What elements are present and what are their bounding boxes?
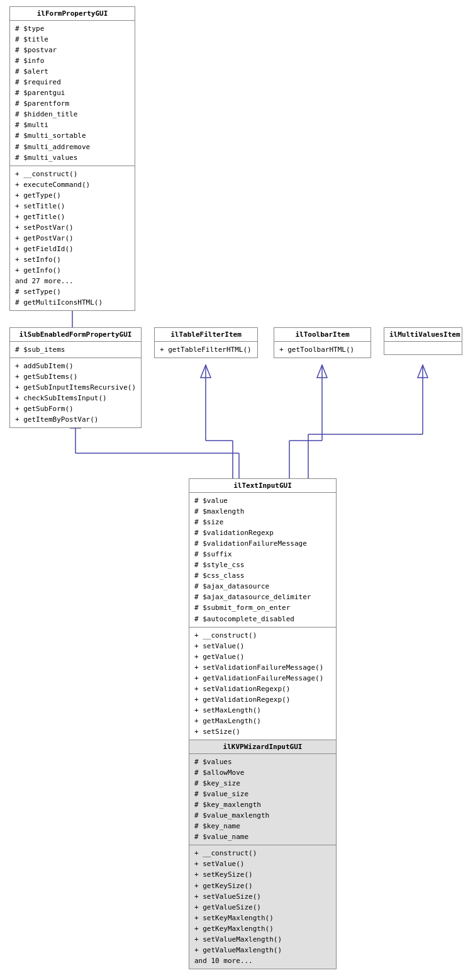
box-section-sub-fields: # $sub_items xyxy=(10,342,141,358)
diagram-container: ilFormPropertyGUI # $type # $title # $po… xyxy=(0,0,468,980)
box-ilTextInputGUI: ilTextInputGUI # $value # $maxlength # $… xyxy=(189,478,337,751)
box-title-ilTableFilterItem: ilTableFilterItem xyxy=(155,328,257,342)
box-section-multivalues-empty xyxy=(384,342,462,354)
svg-marker-18 xyxy=(418,365,428,378)
box-ilSubEnabledFormPropertyGUI: ilSubEnabledFormPropertyGUI # $sub_items… xyxy=(9,327,142,428)
box-section-ilFormPropertyGUI-fields: # $type # $title # $postvar # $info # $a… xyxy=(10,21,135,166)
box-section-ilFormPropertyGUI-methods: + __construct() + executeCommand() + get… xyxy=(10,166,135,311)
box-ilFormPropertyGUI: ilFormPropertyGUI # $type # $title # $po… xyxy=(9,6,135,311)
box-section-textinput-methods: + __construct() + setValue() + getValue(… xyxy=(189,628,336,751)
box-title-ilSubEnabledFormPropertyGUI: ilSubEnabledFormPropertyGUI xyxy=(10,328,141,342)
box-section-textinput-fields: # $value # $maxlength # $size # $validat… xyxy=(189,493,336,628)
box-title-ilToolbarItem: ilToolbarItem xyxy=(274,328,370,342)
box-section-kvp-fields: # $values # $allowMove # $key_size # $va… xyxy=(189,754,336,845)
box-section-tablefilter-methods: + getTableFilterHTML() xyxy=(155,342,257,358)
box-ilKVPWizardInputGUI: ilKVPWizardInputGUI # $values # $allowMo… xyxy=(189,740,337,969)
box-section-toolbar-methods: + getToolbarHTML() xyxy=(274,342,370,358)
box-section-sub-methods: + addSubItem() + getSubItems() + getSubI… xyxy=(10,358,141,427)
box-title-ilFormPropertyGUI: ilFormPropertyGUI xyxy=(10,7,135,21)
box-title-ilKVPWizardInputGUI: ilKVPWizardInputGUI xyxy=(189,740,336,754)
box-title-ilTextInputGUI: ilTextInputGUI xyxy=(189,479,336,493)
svg-marker-14 xyxy=(317,365,327,378)
box-title-ilMultiValuesItem: ilMultiValuesItem xyxy=(384,328,462,342)
box-ilTableFilterItem: ilTableFilterItem + getTableFilterHTML() xyxy=(154,327,258,358)
svg-marker-10 xyxy=(201,365,211,378)
box-ilToolbarItem: ilToolbarItem + getToolbarHTML() xyxy=(274,327,371,358)
box-section-kvp-methods: + __construct() + setValue() + setKeySiz… xyxy=(189,845,336,969)
box-ilMultiValuesItem: ilMultiValuesItem xyxy=(384,327,462,355)
